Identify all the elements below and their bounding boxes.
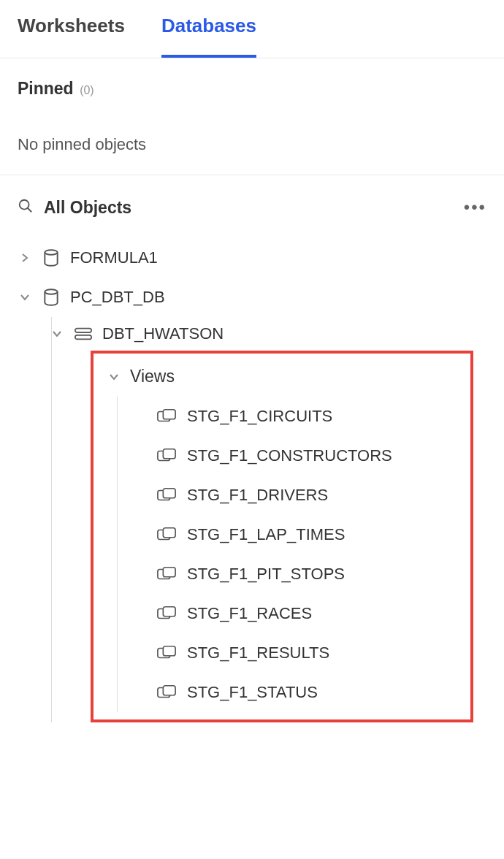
pinned-header: Pinned (0): [18, 79, 486, 99]
view-item[interactable]: STG_F1_DRIVERS: [93, 476, 470, 515]
view-label: STG_F1_CONSTRUCTORS: [187, 446, 392, 465]
view-item[interactable]: STG_F1_CIRCUITS: [93, 397, 470, 436]
view-icon: [156, 606, 177, 622]
view-item[interactable]: STG_F1_RACES: [93, 594, 470, 633]
view-label: STG_F1_DRIVERS: [187, 486, 328, 505]
view-icon: [156, 527, 177, 543]
tab-databases[interactable]: Databases: [161, 15, 256, 58]
database-label: PC_DBT_DB: [70, 288, 165, 307]
object-tree: FORMULA1 PC_DBT_DB DBT_H: [0, 235, 504, 722]
all-objects-title: All Objects: [44, 198, 131, 218]
pinned-count: (0): [80, 84, 94, 96]
views-label: Views: [130, 367, 175, 386]
tab-worksheets[interactable]: Worksheets: [18, 15, 125, 58]
svg-rect-21: [163, 686, 175, 695]
view-icon: [156, 408, 177, 424]
search-icon[interactable]: [18, 198, 34, 217]
view-item[interactable]: STG_F1_LAP_TIMES: [93, 515, 470, 554]
view-icon: [156, 566, 177, 582]
schema-label: DBT_HWATSON: [102, 324, 224, 343]
chevron-down-icon: [107, 371, 121, 383]
svg-rect-17: [163, 607, 175, 616]
database-icon: [41, 288, 61, 307]
view-label: STG_F1_CIRCUITS: [187, 407, 332, 426]
svg-rect-13: [163, 528, 175, 538]
pinned-title: Pinned: [18, 79, 74, 98]
svg-rect-11: [163, 489, 175, 498]
schema-icon: [73, 324, 93, 343]
svg-rect-4: [75, 329, 91, 333]
svg-rect-15: [163, 568, 175, 577]
no-pinned-text: No pinned objects: [18, 135, 486, 154]
view-label: STG_F1_STATUS: [187, 683, 318, 702]
view-item[interactable]: STG_F1_PIT_STOPS: [93, 554, 470, 594]
database-label: FORMULA1: [70, 248, 158, 267]
view-item[interactable]: STG_F1_CONSTRUCTORS: [93, 436, 470, 476]
view-item[interactable]: STG_F1_RESULTS: [93, 633, 470, 673]
svg-rect-7: [163, 410, 175, 419]
view-label: STG_F1_RESULTS: [187, 644, 329, 663]
svg-point-0: [20, 200, 29, 210]
chevron-down-icon: [18, 291, 32, 303]
svg-point-2: [45, 250, 57, 255]
pinned-section: Pinned (0) No pinned objects: [0, 58, 504, 175]
svg-rect-9: [163, 449, 175, 459]
views-highlight-box: Views STG_F1_CIRCUITS: [91, 351, 473, 722]
view-label: STG_F1_PIT_STOPS: [187, 565, 345, 584]
objects-header: All Objects •••: [0, 175, 504, 235]
chevron-right-icon: [18, 252, 32, 264]
view-icon: [156, 684, 177, 700]
schema-item-dbt-hwatson[interactable]: DBT_HWATSON: [18, 317, 486, 351]
svg-point-3: [45, 289, 57, 294]
tab-bar: Worksheets Databases: [0, 0, 504, 58]
view-icon: [156, 448, 177, 464]
svg-rect-5: [75, 335, 91, 340]
database-item-pcdbtdb[interactable]: PC_DBT_DB: [18, 280, 486, 314]
database-item-formula1[interactable]: FORMULA1: [18, 241, 486, 275]
view-label: STG_F1_RACES: [187, 604, 312, 623]
view-label: STG_F1_LAP_TIMES: [187, 525, 345, 544]
view-icon: [156, 645, 177, 661]
view-item[interactable]: STG_F1_STATUS: [93, 673, 470, 712]
database-icon: [41, 248, 61, 267]
more-menu-icon[interactable]: •••: [464, 197, 486, 218]
view-icon: [156, 487, 177, 503]
svg-line-1: [28, 208, 32, 213]
chevron-down-icon: [50, 328, 64, 340]
views-folder[interactable]: Views: [93, 356, 470, 397]
svg-rect-19: [163, 646, 175, 656]
